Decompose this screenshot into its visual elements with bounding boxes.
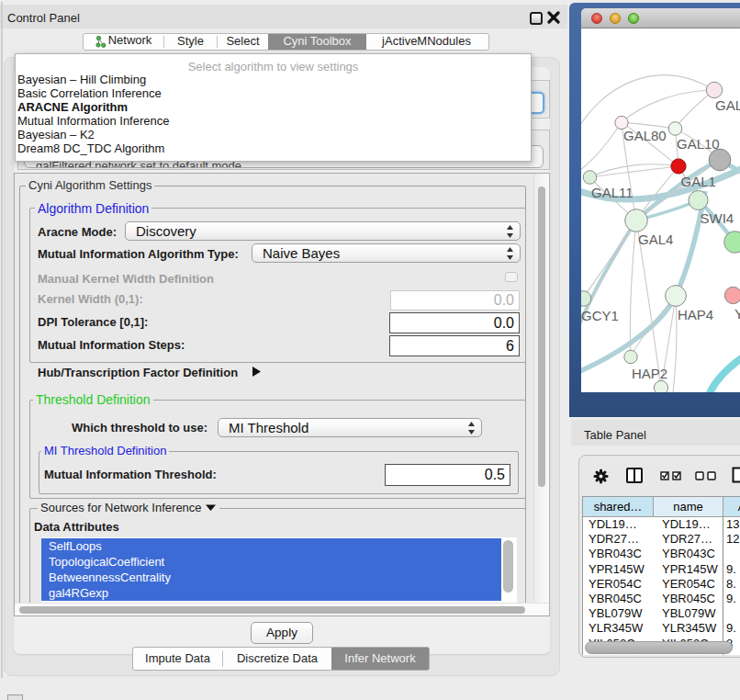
svg-text:GAL11: GAL11	[591, 185, 633, 200]
svg-text:GAL4: GAL4	[638, 231, 673, 247]
svg-text:HAP4: HAP4	[678, 307, 713, 322]
svg-text:Y: Y	[734, 306, 740, 322]
svg-text:GAL80: GAL80	[623, 128, 667, 143]
svg-text:GAL10: GAL10	[677, 136, 720, 152]
svg-text:GCY1: GCY1	[581, 308, 619, 323]
svg-text:GAL7: GAL7	[715, 97, 740, 113]
svg-text:SWI4: SWI4	[701, 210, 734, 226]
svg-text:GAL1: GAL1	[681, 174, 716, 189]
svg-text:HAP2: HAP2	[632, 366, 667, 381]
